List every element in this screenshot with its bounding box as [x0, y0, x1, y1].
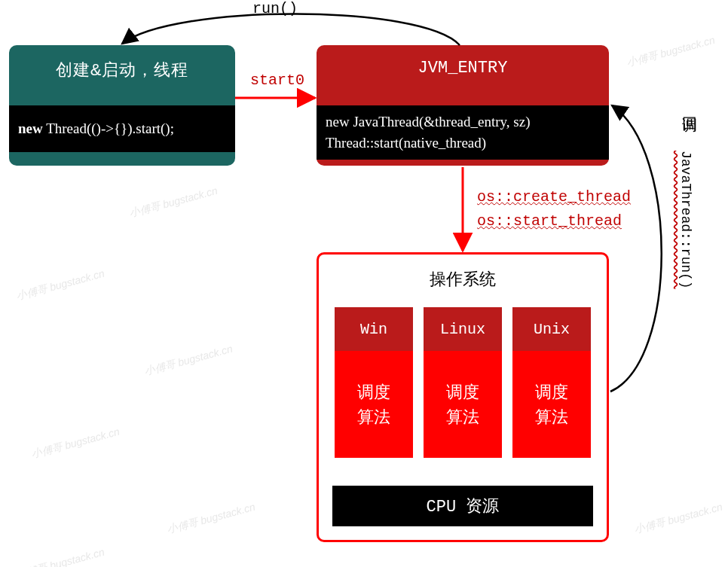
- jvm-entry-title: JVM_ENTRY: [317, 45, 609, 78]
- watermark: 小傅哥 bugstack.cn: [166, 501, 257, 538]
- os-title: 操作系统: [319, 268, 607, 291]
- os-name: Linux: [424, 307, 502, 351]
- os-algo: 调度算法: [512, 351, 591, 458]
- watermark: 小傅哥 bugstack.cn: [143, 343, 234, 380]
- watermark: 小傅哥 bugstack.cn: [128, 184, 219, 221]
- os-col-unix: Unix 调度算法: [512, 307, 591, 458]
- os-algo: 调度算法: [335, 351, 413, 458]
- os-name: Win: [335, 307, 413, 351]
- os-columns: Win 调度算法 Linux 调度算法 Unix 调度算法: [319, 307, 607, 458]
- os-name: Unix: [512, 307, 591, 351]
- watermark: 小傅哥 bugstack.cn: [30, 425, 121, 462]
- label-javathread-run: JavaThread::run(): [678, 151, 693, 289]
- os-box: 操作系统 Win 调度算法 Linux 调度算法 Unix 调度算法 CPU 资…: [317, 252, 609, 542]
- jvm-entry-box: JVM_ENTRY new JavaThread(&thread_entry, …: [317, 45, 609, 166]
- label-os-start: os::start_thread: [477, 212, 622, 230]
- watermark: 小傅哥 bugstack.cn: [15, 267, 106, 304]
- jvm-entry-code: new JavaThread(&thread_entry, sz) Thread…: [317, 105, 609, 160]
- label-os-create: os::create_thread: [477, 188, 631, 206]
- os-col-win: Win 调度算法: [335, 307, 413, 458]
- watermark: 小傅哥 bugstack.cn: [15, 546, 106, 567]
- thread-create-title: 创建&启动，线程: [9, 45, 235, 81]
- cpu-bar: CPU 资源: [332, 486, 593, 526]
- watermark: 小傅哥 bugstack.cn: [633, 501, 724, 538]
- os-col-linux: Linux 调度算法: [424, 307, 502, 458]
- thread-create-box: 创建&启动，线程 new Thread(()->{}).start();: [9, 45, 235, 166]
- label-run: run(): [252, 0, 298, 17]
- os-algo: 调度算法: [424, 351, 502, 458]
- thread-create-code: new Thread(()->{}).start();: [9, 105, 235, 152]
- watermark: 小傅哥 bugstack.cn: [626, 34, 717, 71]
- label-start0: start0: [250, 72, 304, 89]
